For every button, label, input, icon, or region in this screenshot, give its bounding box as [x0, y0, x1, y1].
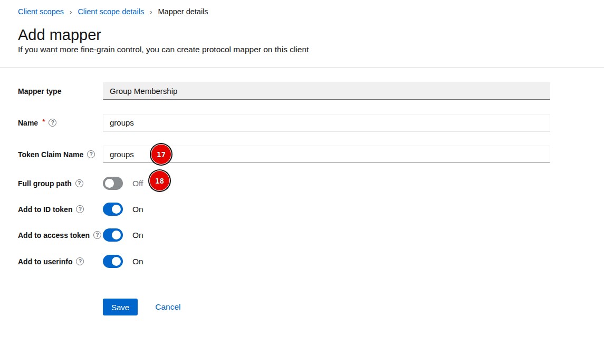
toggle-knob — [105, 179, 114, 188]
help-icon[interactable]: ? — [93, 231, 101, 239]
breadcrumb: Client scopes › Client scope details › M… — [18, 7, 208, 16]
add-to-access-token-toggle[interactable] — [103, 228, 123, 242]
add-mapper-page: Client scopes › Client scope details › M… — [0, 0, 604, 364]
annotation-badge-17: 17 — [151, 145, 171, 164]
toggle-knob — [112, 205, 121, 214]
toggle-knob — [112, 231, 121, 240]
breadcrumb-link-client-scopes[interactable]: Client scopes — [18, 7, 64, 16]
help-icon[interactable]: ? — [76, 257, 84, 265]
add-to-access-token-state-label: On — [132, 231, 143, 240]
breadcrumb-link-client-scope-details[interactable]: Client scope details — [78, 7, 144, 16]
full-group-path-toggle[interactable] — [103, 177, 123, 190]
add-to-access-token-label: Add to access token — [18, 231, 90, 240]
required-asterisk: * — [42, 118, 45, 126]
name-label: Name — [18, 119, 38, 127]
page-title: Add mapper — [18, 26, 101, 44]
header-divider — [0, 68, 604, 68]
mapper-type-input[interactable] — [103, 82, 550, 100]
page-subtitle: If you want more fine-grain control, you… — [18, 45, 309, 54]
chevron-right-icon: › — [150, 8, 152, 15]
save-button[interactable]: Save — [103, 299, 138, 315]
field-row-name: Name * ? — [18, 114, 550, 131]
name-input[interactable] — [103, 114, 550, 131]
chevron-right-icon: › — [70, 8, 72, 15]
help-icon[interactable]: ? — [87, 150, 95, 158]
help-icon[interactable]: ? — [76, 205, 84, 213]
help-icon[interactable]: ? — [49, 119, 56, 127]
full-group-path-label: Full group path — [18, 179, 72, 188]
annotation-badge-18: 18 — [150, 171, 169, 190]
add-to-userinfo-label: Add to userinfo — [18, 257, 72, 266]
field-row-full-group-path: Full group path ? Off 18 — [18, 177, 550, 190]
toggle-knob — [112, 257, 121, 266]
breadcrumb-current-mapper-details: Mapper details — [158, 7, 208, 16]
token-claim-name-label: Token Claim Name — [18, 150, 83, 159]
full-group-path-state-label: Off — [132, 179, 143, 188]
add-to-userinfo-state-label: On — [132, 257, 143, 266]
add-to-id-token-state-label: On — [132, 205, 143, 214]
add-to-id-token-toggle[interactable] — [103, 203, 123, 216]
form-actions: Save Cancel — [103, 299, 180, 315]
field-row-add-to-id-token: Add to ID token ? On — [18, 203, 550, 216]
field-row-add-to-userinfo: Add to userinfo ? On — [18, 255, 550, 268]
mapper-type-label: Mapper type — [18, 87, 61, 95]
field-row-add-to-access-token: Add to access token ? On — [18, 228, 550, 242]
field-row-mapper-type: Mapper type — [18, 82, 550, 100]
cancel-link[interactable]: Cancel — [155, 302, 180, 312]
field-row-token-claim-name: Token Claim Name ? 17 — [18, 146, 550, 163]
add-to-id-token-label: Add to ID token — [18, 205, 72, 214]
add-to-userinfo-toggle[interactable] — [103, 255, 123, 268]
help-icon[interactable]: ? — [75, 179, 83, 187]
